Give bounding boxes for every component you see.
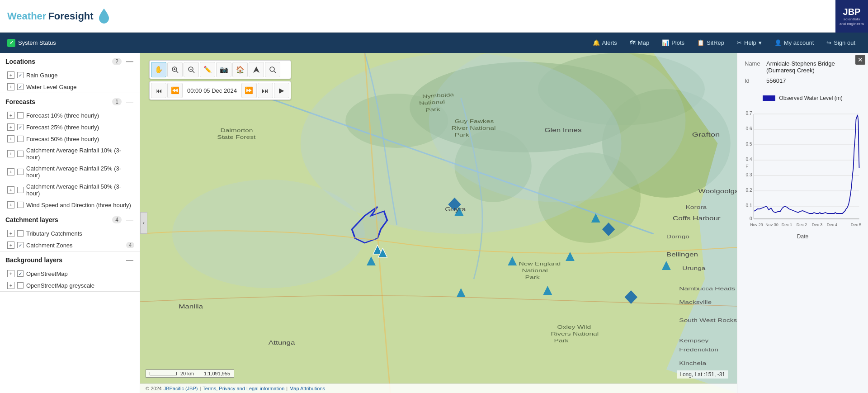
toolbar-locate-button[interactable]	[249, 62, 264, 77]
nav-my-account[interactable]: 👤 My account	[769, 37, 819, 49]
panel-close-button[interactable]: ✕	[855, 55, 865, 65]
id-row: Id 556017	[745, 77, 861, 84]
svg-text:Coffs Harbour: Coffs Harbour	[673, 215, 721, 221]
scale-bar: 20 km 1:1,091,955	[146, 369, 234, 378]
osm-expand[interactable]: +	[7, 270, 14, 277]
locations-header[interactable]: Locations 2 —	[0, 53, 140, 69]
svg-text:Bellingen: Bellingen	[666, 251, 698, 257]
scale-ratio: 1:1,091,955	[204, 371, 230, 376]
water-level-expand[interactable]: +	[7, 83, 14, 90]
wind-item: + Wind Speed and Direction (three hourly…	[0, 199, 140, 211]
toolbar-zoom-in-button[interactable]	[167, 62, 183, 77]
nav-sitrep[interactable]: 📋 SitRep	[692, 37, 730, 49]
nav-sign-out[interactable]: ↪ Sign out	[821, 37, 861, 49]
osm-grey-checkbox[interactable]	[17, 282, 24, 289]
rain-gauge-label: Rain Gauge	[26, 72, 57, 79]
forecast-50-checkbox[interactable]	[17, 136, 24, 142]
legend-label: Observed Water Level (m)	[779, 95, 842, 101]
catchment-50-checkbox[interactable]	[17, 187, 24, 193]
toolbar-camera-button[interactable]: 📷	[216, 62, 231, 77]
forecast-25-checkbox[interactable]: ✓	[17, 124, 24, 130]
forecast-10-item: + Forecast 10% (three hourly)	[0, 109, 140, 121]
toolbar-row-time: ⏮ ⏪ 00:00 05 Dec 2024 ⏩ ⏭ ▶	[149, 81, 291, 100]
forecast-10-expand[interactable]: +	[7, 112, 14, 119]
svg-text:0: 0	[750, 216, 752, 221]
catchment-25-checkbox[interactable]	[17, 169, 24, 175]
toolbar-last-button[interactable]: ⏭	[258, 83, 273, 98]
catchment-25-label: Catchment Average Rainfall 25% (3-hour)	[26, 165, 134, 179]
svg-point-1	[410, 62, 641, 152]
wind-expand[interactable]: +	[7, 201, 14, 208]
map-panel-collapse[interactable]: ‹	[140, 212, 147, 234]
forecasts-header[interactable]: Forecasts 1 —	[0, 93, 140, 109]
catchment-layers-section: Catchment layers 4 — + Tributary Catchme…	[0, 211, 140, 251]
scale-line	[150, 372, 177, 375]
toolbar-prev-button[interactable]: ⏪	[167, 83, 183, 98]
catchment-zones-expand[interactable]: +	[7, 241, 14, 249]
status-label: System Status	[18, 39, 56, 46]
tributary-expand[interactable]: +	[7, 230, 14, 237]
rain-gauge-expand[interactable]: +	[7, 71, 14, 79]
nav-help[interactable]: ✂ Help ▾	[731, 37, 767, 49]
locations-collapse-icon[interactable]: —	[125, 57, 134, 66]
toolbar-draw-button[interactable]: ✏️	[200, 62, 215, 77]
attribution-company[interactable]: JBPacific (JBP)	[164, 386, 198, 391]
locations-title: Locations	[5, 58, 112, 65]
forecast-25-expand[interactable]: +	[7, 123, 14, 131]
legend-color-swatch	[763, 95, 775, 101]
tributary-checkbox[interactable]	[17, 230, 24, 237]
nav-map[interactable]: 🗺 Map	[624, 37, 655, 49]
map-background[interactable]: Grafton Glen Innes Coffs Harbour Belling…	[140, 53, 737, 393]
toolbar-next-button[interactable]: ⏩	[241, 83, 257, 98]
forecast-10-checkbox[interactable]	[17, 112, 24, 118]
nav-alerts[interactable]: 🔔 Alerts	[587, 37, 623, 49]
toolbar-zoom-out-button[interactable]	[184, 62, 199, 77]
catchment-10-checkbox[interactable]	[17, 151, 24, 157]
map-container[interactable]: Grafton Glen Innes Coffs Harbour Belling…	[140, 53, 737, 393]
toolbar-pan-button[interactable]: ✋	[151, 62, 166, 77]
toolbar-magnify-button[interactable]	[265, 62, 280, 77]
toolbar-first-button[interactable]: ⏮	[151, 83, 166, 98]
catchment-25-expand[interactable]: +	[7, 168, 14, 175]
right-panel: ✕ Name Armidale-Stephens Bridge (Dumares…	[737, 53, 868, 393]
svg-text:State Forest: State Forest	[217, 134, 255, 140]
background-layers-collapse-icon[interactable]: —	[125, 256, 134, 264]
osm-checkbox[interactable]: ✓	[17, 270, 24, 277]
catchment-10-expand[interactable]: +	[7, 150, 14, 157]
forecast-50-label: Forecast 50% (three hourly)	[26, 136, 99, 142]
forecast-50-expand[interactable]: +	[7, 135, 14, 142]
copyright-year: © 2024	[146, 386, 162, 391]
osm-item: + ✓ OpenStreetMap	[0, 268, 140, 279]
svg-text:Guy Fawkes: Guy Fawkes	[454, 118, 494, 124]
osm-grey-label: OpenStreetMap greyscale	[26, 282, 94, 289]
wind-checkbox[interactable]	[17, 202, 24, 208]
catchment-50-expand[interactable]: +	[7, 186, 14, 194]
toolbar-home-button[interactable]: 🏠	[232, 62, 248, 77]
toolbar-play-button[interactable]: ▶	[274, 83, 289, 98]
attribution-map[interactable]: Map Attributions	[289, 386, 325, 391]
forecasts-collapse-icon[interactable]: —	[125, 98, 134, 106]
water-level-checkbox[interactable]: ✓	[17, 84, 24, 90]
navbar: ✓ System Status 🔔 Alerts 🗺 Map 📊 Plots 📋…	[0, 33, 868, 53]
catchment-layers-collapse-icon[interactable]: —	[125, 216, 134, 224]
svg-text:Guyra: Guyra	[445, 206, 466, 212]
attribution-terms[interactable]: Terms, Privacy and Legal information	[203, 386, 284, 391]
catchment-10-label: Catchment Average Rainfall 10% (3-hour)	[26, 147, 134, 161]
catchment-layers-count: 4	[112, 216, 122, 223]
catchment-layers-header[interactable]: Catchment layers 4 —	[0, 211, 140, 227]
background-layers-header[interactable]: Background layers —	[0, 251, 140, 268]
svg-marker-61	[253, 66, 259, 73]
svg-text:Kinchela: Kinchela	[679, 360, 706, 366]
svg-text:0.5: 0.5	[746, 142, 752, 147]
svg-marker-21	[373, 245, 382, 254]
catchment-zones-checkbox[interactable]: ✓	[17, 242, 24, 248]
nav-plots[interactable]: 📊 Plots	[656, 37, 690, 49]
logo: Weather Foresight	[7, 9, 110, 24]
tributary-label: Tributary Catchments	[26, 230, 82, 237]
svg-text:0.3: 0.3	[746, 172, 752, 177]
svg-text:0.6: 0.6	[746, 126, 752, 131]
svg-text:Nymboida: Nymboida	[422, 92, 454, 99]
rain-gauge-checkbox[interactable]: ✓	[17, 72, 24, 78]
catchment-layers-title: Catchment layers	[5, 216, 112, 223]
osm-grey-expand[interactable]: +	[7, 282, 14, 289]
